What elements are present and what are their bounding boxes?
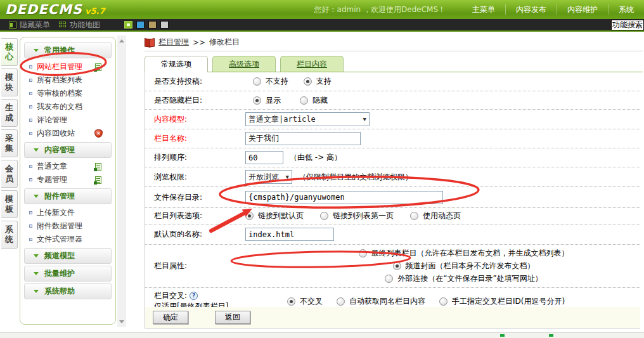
theme-swatches [124,21,169,29]
field-label: 默认页的名称: [145,226,245,242]
bullet-icon [29,79,32,82]
section-batch-maintain[interactable]: 批量维护 [24,266,112,282]
radio-icon[interactable] [245,212,254,220]
radio-icon[interactable] [253,77,261,86]
sidebar-item-my-documents[interactable]: 我发布的文档 [23,100,113,114]
sidebar-scrollbar[interactable] [117,36,126,327]
header-right: 您好：admin ，欢迎使用DedeCMS！ 主菜单 内容发布 内容维护 系统 [314,0,644,19]
sidebar-item-label: 附件数据管理 [37,221,82,231]
radio-icon[interactable] [359,249,367,257]
module-tab-template[interactable]: 模板 [1,190,18,218]
tab-column-content[interactable]: 栏目内容 [280,56,344,72]
radio-icon[interactable] [337,297,345,306]
breadcrumb-link-column-manage[interactable]: 栏目管理 [158,37,189,48]
radio-option[interactable]: 链接到默认页 [245,211,304,221]
field-control: 不支持 支持 [245,74,640,89]
radio-option[interactable]: 自动获取同名栏目内容 [337,296,425,307]
save-directory-input[interactable] [245,191,443,204]
theme-swatch-green[interactable] [124,21,132,29]
radio-option[interactable]: 最终列表栏目（允许在本栏目发布文档，并生成文档列表） [359,248,569,259]
sidebar-item-pending-archives[interactable]: 等审核的档案 [23,87,113,100]
top-menu-publish[interactable]: 内容发布 [505,4,557,15]
sidebar-item-site-column-manage[interactable]: 网站栏目管理 [23,60,113,74]
radio-icon[interactable] [320,212,328,220]
help-icon[interactable]: ? [190,292,198,300]
breadcrumb-separator: >> [193,38,205,47]
theme-swatch-tan[interactable] [148,21,157,29]
section-attachment-manage[interactable]: 附件管理 [24,188,112,204]
content-model-select[interactable]: 普通文章|article ▼ [245,112,370,126]
section-title: 批量维护 [44,268,75,279]
sidebar-item-recycle-bin[interactable]: 内容回收站 ✕ [23,127,113,140]
module-tab-system[interactable]: 系统 [1,221,18,249]
form-button-bar: 确定 返回 [145,307,640,328]
sidebar-item-upload-file[interactable]: 上传新文件 [23,206,113,219]
radio-icon[interactable] [300,96,308,105]
radio-icon[interactable] [253,96,261,105]
chevron-down-icon [34,148,39,152]
view-permission-select[interactable]: 开放浏览 ▼ [245,170,292,184]
radio-icon[interactable] [393,262,401,270]
theme-swatch-gray[interactable] [160,21,169,29]
section-common-operations[interactable]: 常用操作 [24,42,112,58]
form-row: 栏目列表选项: 链接到默认页 链接到列表第一页 使用动态页 [145,208,640,224]
sidebar-item-normal-article[interactable]: 普通文章 [23,160,113,173]
sidebar-item-comment-manage[interactable]: 评论管理 [23,114,113,127]
tab-general-options[interactable]: 常规选项 [145,56,208,72]
column-name-input[interactable] [245,132,361,145]
radio-option[interactable]: 外部连接（在“文件保存目录”处填写网址） [385,273,542,284]
radio-option[interactable]: 显示 [253,95,281,106]
field-label: 栏目属性: [145,258,245,274]
radio-option[interactable]: 不支持 [253,76,288,87]
radio-option[interactable]: 链接到列表第一页 [320,211,394,221]
module-tab-core[interactable]: 核心 [1,38,18,66]
sidebar-item-all-archives[interactable]: 所有档案列表 [23,74,113,87]
tab-advanced-options[interactable]: 高级选项 [212,56,276,72]
radio-option[interactable]: 不交叉 [287,296,323,307]
sort-order-input[interactable] [245,151,283,164]
book-icon [145,38,155,46]
sidebar-item-label: 普通文章 [37,162,67,171]
sidebar-item-attachment-data[interactable]: 附件数据管理 [23,219,113,233]
sidebar-item-file-manager[interactable]: 文件式管理器 [23,233,113,246]
radio-icon[interactable] [439,297,448,306]
bullet-icon [29,92,32,95]
logo-version: v5.7 [85,6,105,16]
radio-icon[interactable] [385,275,393,283]
top-menu-main[interactable]: 主菜单 [462,4,505,15]
site-map-button[interactable]: 功能地图 [59,20,100,30]
radio-option[interactable]: 手工指定交叉栏目ID(用逗号分开) [439,296,565,307]
sidebar-item-label: 上传新文件 [37,208,75,218]
section-channel-model[interactable]: 频道模型 [24,248,112,264]
function-search-button[interactable]: 功能搜索 [611,20,644,30]
sidebar-item-special-topic[interactable]: 专题管理 [23,173,113,186]
secondary-toolbar: 隐藏菜单 功能地图 功能搜索 [0,19,644,32]
module-tab-module[interactable]: 模块 [1,68,18,96]
section-system-help[interactable]: 系统帮助 [24,283,112,299]
top-menu-system[interactable]: 系统 [608,4,644,15]
confirm-button[interactable]: 确定 [153,311,188,324]
theme-swatch-blue[interactable] [136,21,145,29]
footer-green-mark [500,334,505,337]
radio-option[interactable]: 隐藏 [300,95,328,106]
radio-icon[interactable] [287,297,295,306]
form-row: 是否支持投稿: 不支持 支持 [145,72,640,91]
radio-icon[interactable] [410,212,418,220]
scroll-down-arrow[interactable] [119,320,124,323]
hide-menu-button[interactable]: 隐藏菜单 [9,20,50,30]
default-page-name-input[interactable] [245,228,334,241]
field-control: 最终列表栏目（允许在本栏目发布文档，并生成文档列表） 频道封面（栏目本身不允许发… [245,245,640,287]
chevron-down-icon [34,49,39,52]
module-tab-generate[interactable]: 生成 [1,99,18,127]
radio-icon[interactable] [304,77,312,86]
module-tab-collect[interactable]: 采集 [1,129,18,157]
section-content-manage[interactable]: 内容管理 [24,142,112,158]
radio-option[interactable]: 频道封面（栏目本身不允许发布文档） [393,261,535,271]
scroll-up-arrow[interactable] [119,39,124,42]
top-menu-maintain[interactable]: 内容维护 [557,4,608,15]
section-title: 附件管理 [44,191,75,202]
module-tab-member[interactable]: 会员 [1,160,18,188]
back-button[interactable]: 返回 [215,311,250,324]
radio-option[interactable]: 支持 [304,76,332,87]
radio-option[interactable]: 使用动态页 [410,211,461,221]
